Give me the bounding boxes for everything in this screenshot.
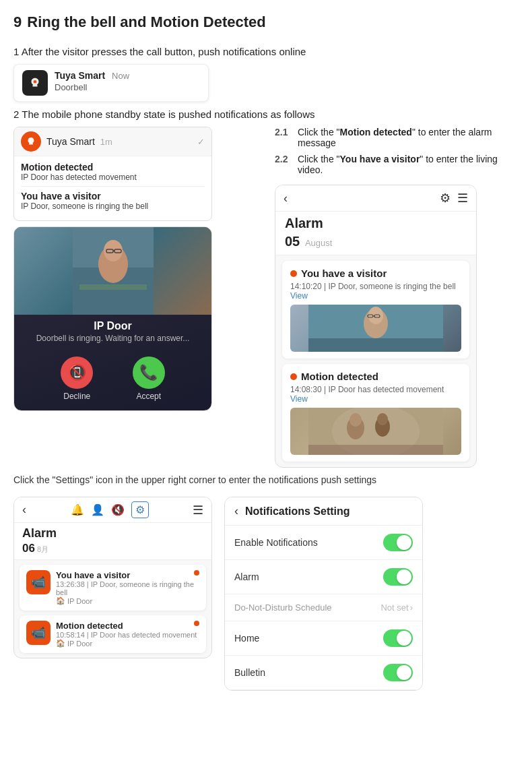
step1-notification-bubble: Tuya Smart Now Doorbell bbox=[13, 64, 209, 102]
alarm-row: Alarm bbox=[225, 560, 422, 594]
svg-rect-22 bbox=[308, 445, 443, 455]
point21-bold: Motion detected bbox=[340, 127, 412, 137]
notif-row1-title: Motion detected bbox=[21, 162, 205, 173]
step1-device: Doorbell bbox=[55, 82, 129, 92]
small-alarm-icon2: 📹 bbox=[26, 621, 51, 645]
accept-label: Accept bbox=[136, 392, 161, 401]
small-alarm-back-icon[interactable]: ‹ bbox=[22, 503, 26, 517]
alarm-item2-title: Motion detected bbox=[301, 371, 378, 382]
section-number: 9 bbox=[13, 13, 22, 31]
small-alarm-item-1: 📹 You have a visitor 13:26:38 | IP Door,… bbox=[20, 565, 206, 611]
bulletin-toggle[interactable] bbox=[383, 664, 413, 681]
alarm-item1-dot bbox=[290, 270, 297, 277]
small-alarm-date: 06 bbox=[22, 542, 35, 555]
decline-button[interactable]: 📵 Decline bbox=[61, 356, 93, 401]
small-alarm-item-2: 📹 Motion detected 10:58:14 | IP Door has… bbox=[20, 615, 206, 653]
phone-notif-time: 1m bbox=[100, 137, 112, 147]
step1-app-name: Tuya Smart bbox=[55, 70, 105, 81]
home-toggle-knob bbox=[397, 631, 411, 646]
alarm-screen-mockup: ‹ ⚙ ☰ Alarm 05 August You have a visitor… bbox=[275, 185, 477, 468]
step2-label: 2 The mobile phone standby state is push… bbox=[13, 108, 519, 120]
alarm-date: 05 bbox=[285, 234, 300, 249]
dnd-label: Do-Not-Disturb Schedule bbox=[234, 602, 332, 613]
svg-point-0 bbox=[34, 80, 37, 84]
alarm-settings-icon[interactable]: ⚙ bbox=[440, 191, 451, 206]
small-alarm-icon1: 📹 bbox=[26, 570, 51, 594]
call-status: Doorbell is ringing. Waiting for an answ… bbox=[21, 334, 205, 343]
bulletin-toggle-knob bbox=[397, 665, 411, 680]
phone-notif-header: Tuya Smart 1m ✓ bbox=[14, 127, 211, 156]
alarm-item2-image bbox=[290, 408, 461, 455]
step1-time: Now bbox=[112, 71, 129, 81]
enable-notifications-toggle-knob bbox=[397, 535, 411, 550]
person-icon[interactable]: 👤 bbox=[91, 503, 104, 516]
svg-point-21 bbox=[377, 413, 388, 425]
point-21: 2.1 Click the "Motion detected" to enter… bbox=[275, 127, 519, 148]
dnd-row[interactable]: Do-Not-Disturb Schedule Not set › bbox=[225, 594, 422, 621]
alarm-title: Alarm bbox=[275, 212, 476, 234]
alarm-toggle[interactable] bbox=[383, 568, 413, 586]
accept-button[interactable]: 📞 Accept bbox=[133, 356, 165, 401]
alarm-month: August bbox=[305, 238, 332, 248]
home-label: Home bbox=[234, 633, 259, 644]
notifications-settings-panel: ‹ Notifications Setting Enable Notificat… bbox=[224, 497, 423, 691]
notif-settings-back-icon[interactable]: ‹ bbox=[234, 504, 238, 518]
tuya-orange-icon bbox=[21, 131, 41, 152]
home-toggle[interactable] bbox=[383, 629, 413, 647]
alarm-item-2: Motion detected 14:08:30 | IP Door has d… bbox=[282, 364, 469, 462]
svg-point-11 bbox=[368, 307, 383, 324]
small-alarm-item1-sub: 🏠 IP Door bbox=[56, 596, 199, 605]
small-alarm-screen: ‹ 🔔 👤 🔇 ⚙ ☰ Alarm 06 8月 📹 bbox=[13, 497, 212, 658]
call-screen-mockup: IP Door Doorbell is ringing. Waiting for… bbox=[13, 226, 212, 411]
alarm-item1-time: 14:10:20 | IP Door, someone is ringing t… bbox=[290, 282, 456, 291]
small-alarm-menu-icon[interactable]: ☰ bbox=[193, 503, 203, 518]
point22-bold: You have a visitor bbox=[340, 154, 420, 164]
small-alarm-item2-sub: 🏠 IP Door bbox=[56, 639, 197, 648]
phone-notif-app: Tuya Smart bbox=[46, 136, 95, 147]
small-alarm-item2-time: 10:58:14 | IP Door has detected movement bbox=[56, 631, 197, 639]
svg-rect-15 bbox=[308, 338, 443, 352]
alarm-item1-title: You have a visitor bbox=[301, 268, 387, 279]
alarm-item-1: You have a visitor 14:10:20 | IP Door, s… bbox=[282, 261, 469, 359]
call-screen-image bbox=[14, 227, 211, 315]
phone-notification-mockup: Tuya Smart 1m ✓ Motion detected IP Door … bbox=[13, 127, 212, 221]
bulletin-label: Bulletin bbox=[234, 667, 265, 678]
small-alarm-item1-time: 13:26:38 | IP Door, someone is ringing t… bbox=[56, 580, 199, 596]
small-alarm-item2-title: Motion detected bbox=[56, 621, 197, 631]
phone-notif-check: ✓ bbox=[197, 137, 205, 147]
gear-small-icon[interactable]: ⚙ bbox=[131, 501, 149, 518]
bulletin-row: Bulletin bbox=[225, 656, 422, 690]
call-device-name: IP Door bbox=[21, 320, 205, 332]
alarm-back-icon[interactable]: ‹ bbox=[284, 191, 288, 206]
enable-notifications-label: Enable Notifications bbox=[234, 537, 318, 548]
alarm-item1-link[interactable]: View bbox=[290, 291, 308, 301]
alarm-item2-time: 14:08:30 | IP Door has detected movement bbox=[290, 385, 444, 394]
notif-row2-title: You have a visitor bbox=[21, 191, 205, 202]
small-alarm-item1-title: You have a visitor bbox=[56, 570, 199, 580]
alarm-item2-link[interactable]: View bbox=[290, 394, 308, 404]
dnd-value: Not set › bbox=[380, 602, 413, 613]
tuya-app-icon bbox=[22, 70, 48, 96]
instruction-text: Click the "Settings" icon in the upper r… bbox=[13, 473, 519, 487]
alarm-label: Alarm bbox=[234, 571, 259, 582]
enable-notifications-toggle[interactable] bbox=[383, 534, 413, 551]
svg-point-19 bbox=[350, 413, 362, 427]
notif-row1-desc: IP Door has detected movement bbox=[21, 173, 205, 182]
notif-row2-desc: IP Door, someone is ringing the bell bbox=[21, 202, 205, 211]
decline-label: Decline bbox=[63, 392, 90, 401]
step1-label: 1 After the visitor presses the call but… bbox=[13, 46, 519, 57]
alarm-menu-icon[interactable]: ☰ bbox=[457, 191, 468, 206]
alarm-item1-image bbox=[290, 305, 461, 352]
enable-notifications-row: Enable Notifications bbox=[225, 526, 422, 560]
small-alarm-month: 8月 bbox=[37, 545, 48, 555]
small-alarm-dot2 bbox=[194, 621, 199, 626]
small-alarm-title: Alarm bbox=[14, 523, 211, 542]
speaker-icon[interactable]: 🔇 bbox=[111, 503, 125, 516]
notif-settings-title: Notifications Setting bbox=[245, 505, 350, 518]
bell-icon[interactable]: 🔔 bbox=[71, 503, 84, 516]
svg-rect-3 bbox=[79, 284, 147, 290]
alarm-toggle-knob bbox=[397, 569, 411, 584]
small-alarm-dot1 bbox=[194, 570, 199, 576]
point-22: 2.2 Click the "You have a visitor" to en… bbox=[275, 154, 519, 175]
home-row: Home bbox=[225, 621, 422, 656]
